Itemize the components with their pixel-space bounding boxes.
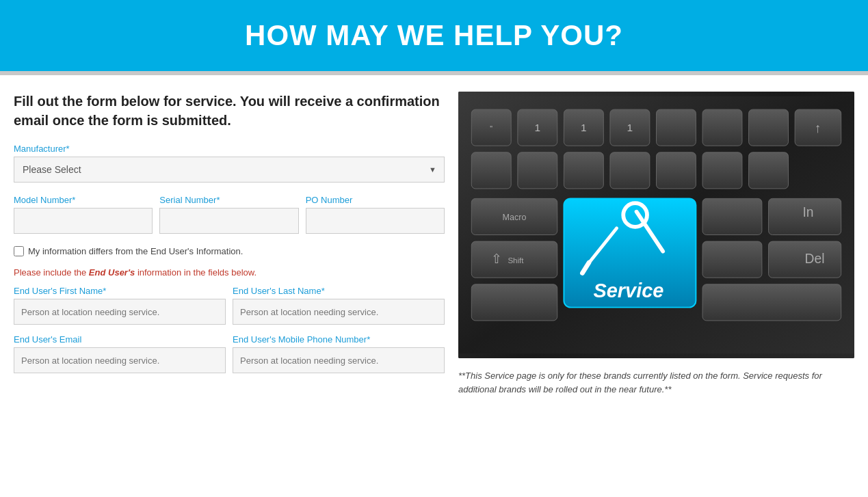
intro-text: Fill out the form below for service. You… — [14, 92, 445, 130]
end-user-email-input[interactable] — [14, 347, 226, 373]
svg-text:Del: Del — [805, 252, 825, 266]
service-keyboard-image: " 1 1 1 — [458, 92, 854, 358]
po-number-input[interactable] — [306, 208, 445, 234]
manufacturer-field-group: Manufacturer* Please Select — [14, 144, 445, 183]
end-user-first-name-input[interactable] — [14, 299, 226, 325]
manufacturer-label: Manufacturer* — [14, 144, 445, 154]
svg-rect-13 — [471, 152, 511, 189]
end-user-last-name-input[interactable] — [233, 299, 445, 325]
end-user-phone-label: End User's Mobile Phone Number* — [233, 334, 445, 345]
svg-rect-5 — [657, 109, 696, 146]
main-content: Fill out the form below for service. You… — [0, 75, 868, 410]
disclaimer-text: **This Service page is only for these br… — [458, 369, 854, 397]
end-user-contact-row: End User's Email End User's Mobile Phone… — [14, 334, 445, 373]
serial-number-input[interactable] — [159, 208, 298, 234]
form-panel: Fill out the form below for service. You… — [14, 92, 445, 397]
differs-checkbox[interactable] — [14, 246, 24, 256]
end-user-phone-input[interactable] — [233, 347, 445, 373]
end-user-name-row: End User's First Name* End User's Last N… — [14, 286, 445, 325]
svg-text:↑: ↑ — [815, 121, 821, 135]
svg-text:": " — [490, 124, 492, 133]
svg-rect-37 — [471, 284, 557, 321]
svg-text:⇧: ⇧ — [491, 252, 502, 266]
end-user-first-name-group: End User's First Name* — [14, 286, 226, 325]
model-number-group: Model Number* — [14, 195, 153, 234]
keyboard-background: " 1 1 1 — [458, 92, 854, 358]
end-user-last-name-label: End User's Last Name* — [233, 286, 445, 296]
svg-rect-18 — [702, 152, 742, 189]
model-number-label: Model Number* — [14, 195, 153, 205]
manufacturer-select-wrapper: Please Select — [14, 157, 445, 183]
model-number-input[interactable] — [14, 208, 153, 234]
svg-text:1: 1 — [535, 122, 541, 133]
end-user-phone-group: End User's Mobile Phone Number* — [233, 334, 445, 373]
manufacturer-select[interactable]: Please Select — [14, 157, 445, 183]
page-header: HOW MAY WE HELP YOU? — [0, 0, 868, 71]
keyboard-svg: " 1 1 1 — [458, 92, 854, 358]
serial-number-label: Serial Number* — [159, 195, 298, 205]
svg-rect-19 — [749, 152, 789, 189]
svg-text:In: In — [802, 205, 813, 219]
differs-checkbox-row: My information differs from the End User… — [14, 246, 445, 256]
end-user-last-name-group: End User's Last Name* — [233, 286, 445, 325]
svg-rect-16 — [610, 152, 650, 189]
svg-text:1: 1 — [627, 122, 633, 133]
info-notice: Please include the End User's informatio… — [14, 267, 445, 278]
model-serial-po-row: Model Number* Serial Number* PO Number — [14, 195, 445, 234]
svg-text:Shift: Shift — [508, 256, 524, 265]
po-number-label: PO Number — [306, 195, 445, 205]
info-notice-text: Please include the End User's informatio… — [14, 267, 257, 278]
differs-label: My information differs from the End User… — [28, 246, 243, 256]
svg-rect-15 — [564, 152, 603, 189]
svg-rect-34 — [702, 241, 762, 278]
svg-rect-28 — [702, 198, 762, 234]
serial-number-group: Serial Number* — [159, 195, 298, 234]
svg-text:Service: Service — [593, 280, 663, 301]
end-user-email-label: End User's Email — [14, 334, 226, 345]
right-panel: " 1 1 1 — [458, 92, 854, 397]
end-user-first-name-label: End User's First Name* — [14, 286, 226, 296]
svg-rect-7 — [749, 109, 789, 146]
info-notice-em: End User's — [89, 267, 135, 278]
end-user-email-group: End User's Email — [14, 334, 226, 373]
svg-rect-17 — [657, 152, 696, 189]
svg-rect-14 — [518, 152, 557, 189]
svg-text:Macro: Macro — [503, 213, 527, 222]
page-title: HOW MAY WE HELP YOU? — [14, 19, 854, 52]
svg-rect-38 — [702, 284, 841, 321]
po-number-group: PO Number — [306, 195, 445, 234]
svg-text:1: 1 — [581, 122, 587, 133]
svg-rect-6 — [702, 109, 742, 146]
